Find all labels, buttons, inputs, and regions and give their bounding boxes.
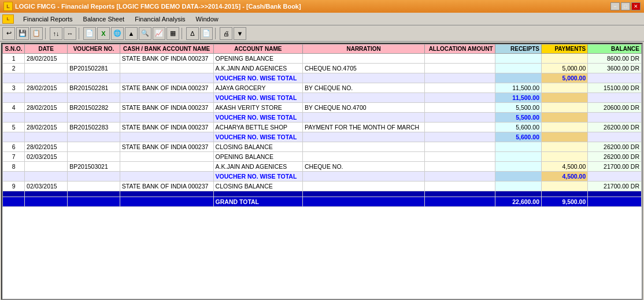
row-cell-2: BP201502281 bbox=[68, 64, 120, 73]
row-cell-5: PAYMENT FOR THE MONTH OF MARCH bbox=[302, 123, 424, 132]
menu-financial-analysis[interactable]: Financial Analysis bbox=[130, 14, 190, 24]
row-cell-5 bbox=[302, 152, 424, 162]
row-cell-0 bbox=[3, 113, 25, 123]
table-row: VOUCHER NO. WISE TOTAL11,500.00 bbox=[3, 93, 642, 103]
toolbar-chart[interactable]: 📈 bbox=[153, 27, 165, 40]
row-cell-5: BY CHEQUE NO.4700 bbox=[302, 103, 424, 113]
toolbar-print[interactable]: 🖨 bbox=[220, 27, 232, 40]
row-cell-3 bbox=[120, 113, 213, 123]
table-row: 128/02/2015STATE BANK OF INDIA 000237OPE… bbox=[3, 54, 642, 64]
row-cell-4: A.K.JAIN AND AGENICES bbox=[213, 64, 302, 73]
row-cell-2 bbox=[68, 182, 120, 191]
row-cell-6 bbox=[425, 152, 495, 162]
row-cell-2 bbox=[68, 132, 120, 142]
row-cell-6 bbox=[425, 172, 495, 182]
minimize-button[interactable]: − bbox=[610, 2, 620, 10]
row-cell-0: 8 bbox=[3, 162, 25, 172]
row-cell-9 bbox=[588, 172, 642, 182]
row-cell-3: STATE BANK OF INDIA 000237 bbox=[120, 103, 213, 113]
row-cell-5 bbox=[302, 73, 424, 83]
row-cell-4: OPENING BALANCE bbox=[213, 54, 302, 64]
row-cell-8 bbox=[542, 93, 588, 103]
row-cell-8 bbox=[542, 54, 588, 64]
row-cell-4: CLOSING BALANCE bbox=[213, 142, 302, 152]
toolbar-arrows[interactable]: ↔ bbox=[64, 27, 76, 40]
row-cell-7 bbox=[495, 64, 541, 73]
toolbar-copy[interactable]: 📋 bbox=[30, 27, 43, 40]
row-cell-0: 1 bbox=[3, 54, 25, 64]
table-container: S.N.O. DATE VOUCHER NO. CASH / BANK ACCO… bbox=[2, 44, 642, 299]
menu-window[interactable]: Window bbox=[191, 14, 223, 24]
row-cell-9: 8600.00 DR bbox=[588, 54, 642, 64]
row-cell-2 bbox=[68, 113, 120, 123]
toolbar-sort[interactable]: ↑↓ bbox=[50, 27, 62, 40]
row-cell-1: 28/02/2015 bbox=[25, 83, 68, 93]
row-cell-7 bbox=[495, 182, 541, 191]
menu-bar: L Financial Reports Balance Sheet Financ… bbox=[0, 13, 644, 25]
row-cell-6 bbox=[425, 142, 495, 152]
header-alloc: ALLOCATION AMOUNT bbox=[425, 45, 495, 54]
row-cell-3 bbox=[120, 93, 213, 103]
toolbar-excel[interactable]: X bbox=[97, 27, 110, 40]
toolbar-up[interactable]: ▲ bbox=[125, 27, 138, 40]
header-receipts: RECEIPTS bbox=[495, 45, 541, 54]
header-account: ACCOUNT NAME bbox=[213, 45, 302, 54]
row-cell-4: AKASH VERITY STORE bbox=[213, 103, 302, 113]
row-cell-2: BR201502282 bbox=[68, 103, 120, 113]
toolbar-delta[interactable]: Δ bbox=[186, 27, 199, 40]
grand-total-cell-7: 22,600.00 bbox=[495, 197, 541, 207]
grand-total-cell-8: 9,500.00 bbox=[542, 197, 588, 207]
row-cell-6 bbox=[425, 73, 495, 83]
row-cell-5 bbox=[302, 182, 424, 191]
row-cell-0 bbox=[3, 73, 25, 83]
menu-financial-reports[interactable]: Financial Reports bbox=[18, 14, 77, 24]
row-cell-1: 02/03/2015 bbox=[25, 152, 68, 162]
toolbar-web[interactable]: 🌐 bbox=[111, 27, 124, 40]
row-cell-7 bbox=[495, 152, 541, 162]
toolbar-grid[interactable]: ▦ bbox=[166, 27, 179, 40]
row-cell-4: OPENING BALANCE bbox=[213, 152, 302, 162]
grand-total-cell-9 bbox=[588, 197, 642, 207]
row-cell-7: 5,600.00 bbox=[495, 123, 541, 132]
row-cell-3 bbox=[120, 172, 213, 182]
header-balance: BALANCE bbox=[588, 45, 642, 54]
row-cell-4: AJAYA GROCERY bbox=[213, 83, 302, 93]
close-title-button[interactable]: ✕ bbox=[631, 2, 641, 10]
table-row: VOUCHER NO. WISE TOTAL5,500.00 bbox=[3, 113, 642, 123]
row-cell-0: 2 bbox=[3, 64, 25, 73]
row-cell-0: 5 bbox=[3, 123, 25, 132]
row-cell-3: STATE BANK OF INDIA 000237 bbox=[120, 142, 213, 152]
toolbar-undo[interactable]: ↩ bbox=[2, 27, 15, 40]
row-cell-8 bbox=[542, 123, 588, 132]
row-cell-7 bbox=[495, 73, 541, 83]
toolbar-search[interactable]: 🔍 bbox=[139, 27, 151, 40]
row-cell-8 bbox=[542, 132, 588, 142]
toolbar-dropdown[interactable]: ▼ bbox=[234, 27, 246, 40]
toolbar-doc[interactable]: 📄 bbox=[200, 27, 213, 40]
header-narration: NARRATION bbox=[302, 45, 424, 54]
row-cell-6 bbox=[425, 132, 495, 142]
row-cell-1 bbox=[25, 73, 68, 83]
row-cell-5 bbox=[302, 113, 424, 123]
row-cell-1: 28/02/2015 bbox=[25, 142, 68, 152]
row-cell-9 bbox=[588, 73, 642, 83]
toolbar-new[interactable]: 📄 bbox=[83, 27, 96, 40]
row-cell-6 bbox=[425, 123, 495, 132]
row-cell-8 bbox=[542, 182, 588, 191]
grand-total-row: GRAND TOTAL22,600.009,500.00 bbox=[3, 197, 642, 207]
row-cell-9 bbox=[588, 113, 642, 123]
row-cell-8 bbox=[542, 152, 588, 162]
row-cell-1: 28/02/2015 bbox=[25, 54, 68, 64]
row-cell-3 bbox=[120, 132, 213, 142]
row-cell-7: 11,500.00 bbox=[495, 83, 541, 93]
menu-balance-sheet[interactable]: Balance Sheet bbox=[79, 14, 129, 24]
row-cell-4: A.K.JAIN AND AGENICES bbox=[213, 162, 302, 172]
row-cell-0: 3 bbox=[3, 83, 25, 93]
row-cell-0: 9 bbox=[3, 182, 25, 191]
row-cell-0 bbox=[3, 93, 25, 103]
row-cell-6 bbox=[425, 182, 495, 191]
maximize-button[interactable]: □ bbox=[621, 2, 630, 10]
toolbar-save[interactable]: 💾 bbox=[16, 27, 29, 40]
grand-total-cell-1 bbox=[25, 197, 68, 207]
row-cell-4: CLOSING BALANCE bbox=[213, 182, 302, 191]
